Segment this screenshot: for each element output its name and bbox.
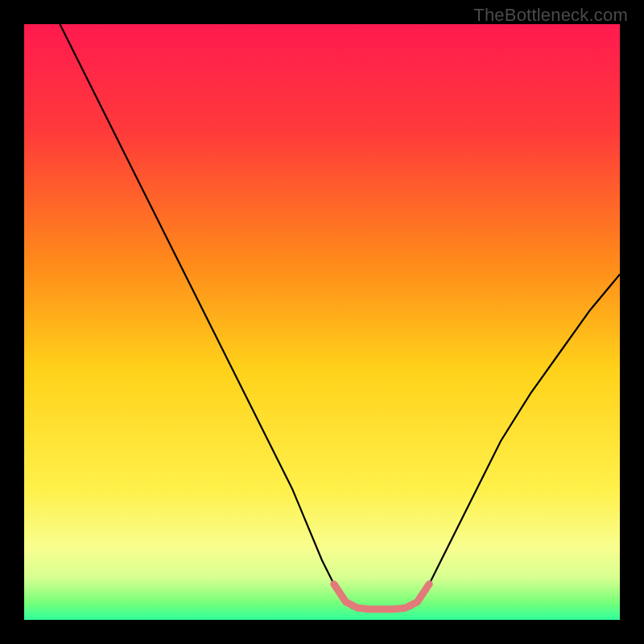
- chart-curves: [24, 24, 620, 620]
- chart-root: TheBottleneck.com: [0, 0, 644, 644]
- series-bottleneck-curve: [60, 24, 620, 611]
- series-optimal-zone-marker: [334, 584, 429, 609]
- plot-area: [24, 24, 620, 620]
- watermark-text: TheBottleneck.com: [473, 5, 628, 26]
